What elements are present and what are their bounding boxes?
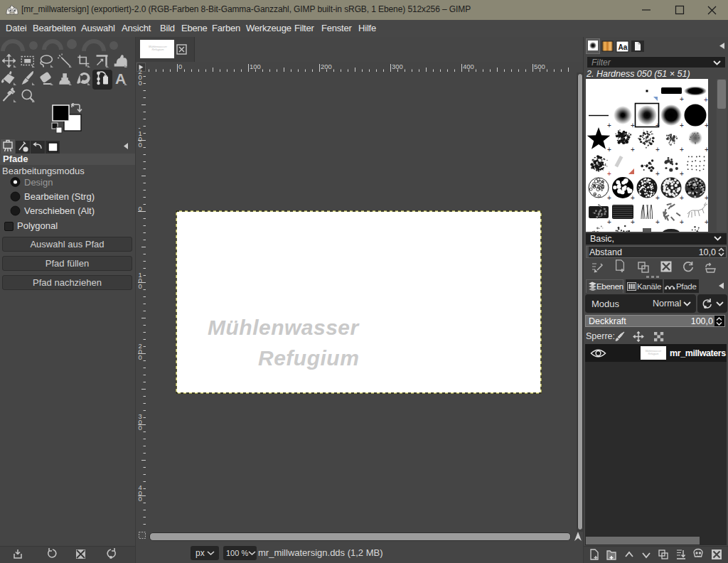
svg-text:+: +: [705, 146, 708, 154]
svg-text:+: +: [607, 170, 611, 178]
svg-text:+: +: [655, 170, 660, 178]
svg-text:+: +: [704, 96, 708, 104]
svg-text:+: +: [680, 194, 684, 202]
svg-text:0: 0: [139, 495, 142, 503]
svg-text:0: 0: [139, 205, 142, 213]
svg-text:0: 0: [139, 424, 142, 431]
svg-text:+: +: [705, 122, 708, 129]
svg-text:+: +: [607, 122, 611, 129]
svg-text:500: 500: [534, 63, 545, 70]
svg-text:+: +: [631, 218, 635, 226]
svg-text:0: 0: [139, 353, 142, 361]
svg-text:300: 300: [392, 63, 403, 70]
svg-text:+: +: [705, 218, 708, 226]
svg-text:+: +: [631, 122, 635, 129]
svg-text:0: 0: [178, 63, 182, 70]
svg-text:Aa: Aa: [619, 43, 628, 51]
svg-text:0: 0: [139, 282, 142, 290]
svg-text:+: +: [607, 194, 611, 202]
svg-text:+: +: [680, 218, 684, 226]
svg-text:0: 0: [139, 141, 142, 149]
svg-text:+: +: [680, 122, 684, 129]
svg-text:+: +: [655, 146, 660, 154]
svg-text:+: +: [607, 218, 611, 226]
svg-text:+: +: [680, 170, 684, 178]
svg-text:200: 200: [321, 63, 332, 70]
svg-text:+: +: [607, 146, 611, 154]
svg-text:0: 0: [139, 79, 142, 87]
svg-text:+: +: [705, 194, 708, 202]
svg-text:+: +: [655, 194, 660, 202]
svg-text:+: +: [631, 146, 635, 154]
svg-text:+: +: [655, 122, 660, 129]
svg-text:+: +: [680, 146, 684, 154]
svg-text:+: +: [680, 95, 684, 103]
svg-text:400: 400: [463, 63, 474, 70]
svg-text:+: +: [655, 218, 660, 226]
svg-text:100: 100: [250, 63, 261, 70]
svg-text:+: +: [631, 194, 635, 202]
